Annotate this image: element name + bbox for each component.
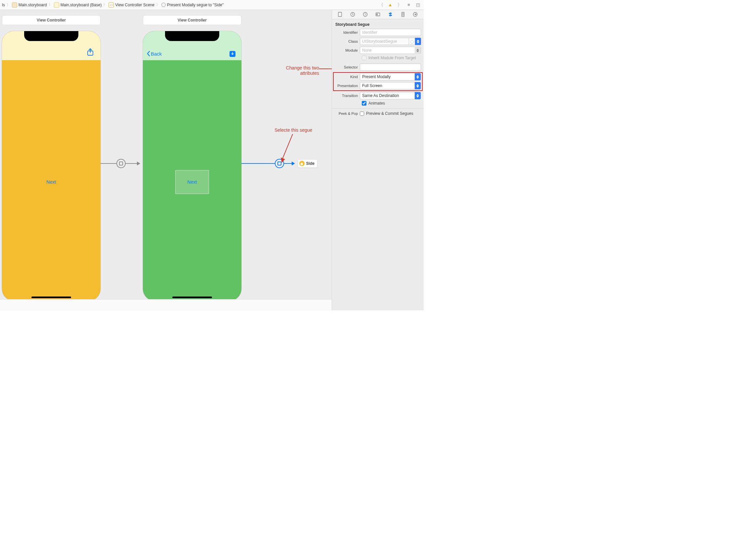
canvas-bottom-bar xyxy=(0,299,332,311)
preview-commit-label: Preview & Commit Segues xyxy=(366,111,414,116)
vc1-title-bar[interactable]: View Controller xyxy=(2,15,101,25)
animates-checkbox[interactable] xyxy=(362,101,366,106)
file-inspector-tab[interactable] xyxy=(336,11,344,18)
kind-value: Present Modally xyxy=(362,74,391,79)
chevron-right-icon: 〉 xyxy=(6,2,11,7)
class-input[interactable]: UIStoryboardSegue xyxy=(360,38,409,45)
viewcontroller-icon: ◉ xyxy=(299,161,305,166)
lines-icon[interactable]: ≡ xyxy=(406,2,412,8)
kind-label: Kind xyxy=(335,75,360,79)
svg-line-3 xyxy=(282,134,293,159)
crumb-scene[interactable]: ▭ View Controller Scene xyxy=(108,2,155,8)
crumb-base[interactable]: Main.storyboard (Base) xyxy=(53,2,103,8)
selector-label: Selector xyxy=(335,65,360,69)
segue-vc1-to-vc2[interactable] xyxy=(101,157,141,170)
split-view-icon[interactable]: ◫ xyxy=(415,2,421,8)
home-indicator-icon xyxy=(32,296,71,298)
storyboard-base-icon xyxy=(54,2,59,8)
class-row: Class UIStoryboardSegue ◌ xyxy=(335,38,421,45)
svg-text:?: ? xyxy=(365,13,366,16)
animates-label: Animates xyxy=(368,101,385,106)
crumb-text: Main.storyboard (Base) xyxy=(61,3,102,7)
annotation-text: attributes xyxy=(300,70,319,76)
module-value: None xyxy=(362,48,372,53)
main-area: View Controller Next View Controller xyxy=(0,10,424,311)
kind-row: Kind Present Modally xyxy=(333,73,422,80)
crumb-segue[interactable]: Present Modally segue to "Side" xyxy=(161,3,224,7)
selector-input[interactable] xyxy=(360,63,421,71)
side-scene-badge[interactable]: ◉ Side xyxy=(298,159,317,168)
class-dropdown-button[interactable] xyxy=(415,38,421,45)
peekpop-row: Peek & Pop Preview & Commit Segues xyxy=(335,111,421,116)
crumb-root[interactable]: ls xyxy=(1,3,6,7)
vc1-next-button[interactable]: Next xyxy=(47,179,56,185)
highlighted-attributes: Kind Present Modally Presentation Full S… xyxy=(333,72,422,91)
segue-line-icon xyxy=(101,163,116,164)
breadcrumb: ls 〉 Main.storyboard 〉 Main.storyboard (… xyxy=(0,2,378,8)
crumb-text: ls xyxy=(2,3,5,7)
back-label: Back xyxy=(151,51,162,57)
class-label: Class xyxy=(335,39,360,43)
download-icon[interactable] xyxy=(230,51,236,57)
help-inspector-tab[interactable]: ? xyxy=(362,11,369,18)
presentation-value: Full Screen xyxy=(362,84,382,88)
storyboard-canvas[interactable]: View Controller Next View Controller xyxy=(0,10,332,311)
chevron-left-icon xyxy=(146,50,151,57)
segue-node-icon xyxy=(116,159,126,168)
vc2-title: View Controller xyxy=(178,18,207,22)
svg-rect-10 xyxy=(376,13,377,15)
selector-row: Selector xyxy=(335,63,421,71)
chevron-updown-icon xyxy=(415,47,421,54)
warning-icon[interactable]: ▲ xyxy=(387,2,393,8)
class-value: UIStoryboardSegue xyxy=(362,39,397,44)
annotation-change-attributes: Change this two attributes xyxy=(281,65,319,76)
preview-commit-checkbox[interactable] xyxy=(360,112,364,116)
side-label: Side xyxy=(306,161,315,166)
transition-value: Same As Destination xyxy=(362,93,399,98)
identifier-label: Identifier xyxy=(335,31,360,35)
storyboard-file-icon xyxy=(12,2,17,8)
identifier-row: Identifier xyxy=(335,29,421,36)
button-label: Next xyxy=(47,179,56,185)
class-clear-button[interactable]: ◌ xyxy=(409,38,415,45)
history-back-button[interactable]: 〈 xyxy=(378,2,384,8)
presentation-select[interactable]: Full Screen xyxy=(360,82,421,89)
module-select[interactable]: None xyxy=(360,47,421,54)
svg-rect-5 xyxy=(338,12,341,16)
editor-toolbar: ls 〉 Main.storyboard 〉 Main.storyboard (… xyxy=(0,0,424,10)
arrowhead-icon xyxy=(137,162,140,165)
identity-inspector-tab[interactable] xyxy=(374,11,382,18)
history-inspector-tab[interactable] xyxy=(349,11,357,18)
vc1-title: View Controller xyxy=(37,18,66,22)
back-button[interactable]: Back xyxy=(146,50,162,57)
vc2-title-bar[interactable]: View Controller xyxy=(143,15,241,25)
module-row: Module None xyxy=(335,47,421,54)
vc2-next-button[interactable]: Next xyxy=(175,170,209,194)
chevron-updown-icon xyxy=(415,92,421,99)
annotation-select-segue: Selecte this segue xyxy=(274,127,312,133)
size-inspector-tab[interactable] xyxy=(399,11,407,18)
transition-select[interactable]: Same As Destination xyxy=(360,92,421,99)
vc1-phone[interactable]: Next xyxy=(2,31,101,301)
share-icon[interactable] xyxy=(87,48,94,57)
transition-row: Transition Same As Destination xyxy=(335,92,421,99)
svg-rect-9 xyxy=(376,13,380,16)
attributes-inspector-tab[interactable] xyxy=(386,11,394,18)
vc2-phone[interactable]: Back Next xyxy=(143,31,241,301)
chevron-updown-icon xyxy=(415,82,421,89)
divider xyxy=(332,108,424,109)
crumb-storyboard[interactable]: Main.storyboard xyxy=(11,2,48,8)
kind-select[interactable]: Present Modally xyxy=(360,73,421,80)
crumb-text: Present Modally segue to "Side" xyxy=(167,3,224,7)
present-modally-glyph-icon xyxy=(119,162,123,165)
history-forward-button[interactable]: 〉 xyxy=(396,2,402,8)
chevron-right-icon: 〉 xyxy=(48,2,53,7)
annotation-text: Selecte this segue xyxy=(274,127,312,133)
inspector-tabs: ? xyxy=(332,10,424,19)
annotation-arrow-icon xyxy=(278,132,298,164)
identifier-input[interactable] xyxy=(360,29,421,36)
peekpop-label: Peek & Pop xyxy=(335,112,360,115)
connections-inspector-tab[interactable] xyxy=(412,11,419,18)
chevron-right-icon: 〉 xyxy=(156,2,160,7)
animates-row: Animates xyxy=(362,101,421,106)
